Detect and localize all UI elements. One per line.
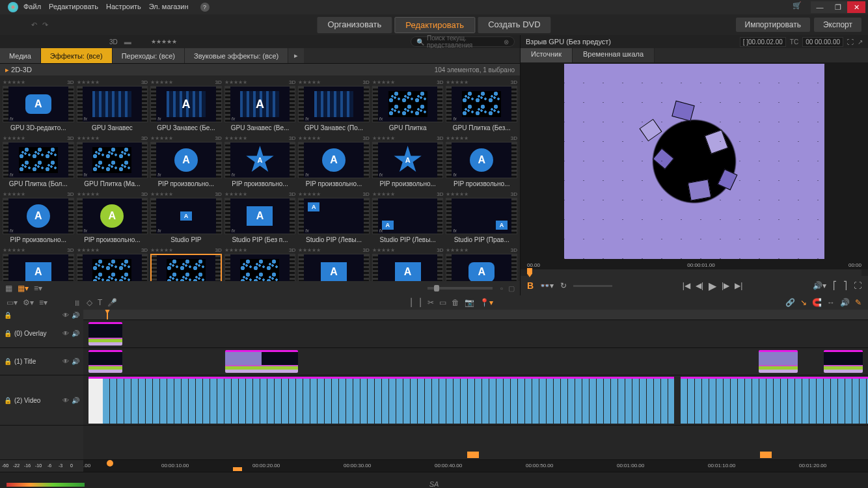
lib-view-grid-icon[interactable]: ▦▾ <box>18 284 29 293</box>
track-lock-icon[interactable]: 🔒 <box>4 358 12 365</box>
preview-tab-timeline[interactable]: Временная шкала <box>573 48 655 62</box>
track-lock-icon[interactable]: 🔒 <box>4 397 12 404</box>
library-item[interactable]: ★★★★★3D fx GPU Плитка <box>372 78 444 131</box>
tl-tool-marker-icon[interactable]: 📍▾ <box>480 298 493 307</box>
library-item[interactable]: ★★★★★3D fx GPU Занавес <box>77 78 148 131</box>
help-icon[interactable]: ? <box>200 3 210 12</box>
library-view-icon[interactable]: ▬ <box>124 38 131 46</box>
go-start-icon[interactable]: |◀ <box>683 281 690 290</box>
library-item[interactable]: ★★★★★3D fx GPU Занавес (По... <box>298 78 370 131</box>
timeline-ruler[interactable] <box>83 310 868 319</box>
library-stars-filter[interactable]: ★★★★★ <box>151 38 177 45</box>
title-track[interactable] <box>83 348 868 375</box>
mark-in-icon[interactable]: ⎡ <box>833 281 837 290</box>
preview-loop-icon[interactable]: ↻ <box>560 281 567 290</box>
close-button[interactable]: ✕ <box>847 1 865 13</box>
library-item[interactable]: ★★★★★3D fx GPU Плитка (Бол... <box>3 134 74 187</box>
tl-tool-razor-icon[interactable]: ⎮ <box>409 298 413 307</box>
library-item[interactable]: ★★★★★3D A fx <box>372 246 444 281</box>
undo-icon[interactable]: ↶ <box>31 21 37 29</box>
track-audio-icon[interactable]: 🔊 <box>72 397 79 404</box>
tl-tool-tracks-icon[interactable]: ≡▾ <box>39 298 47 307</box>
menu-edit[interactable]: Редактировать <box>49 3 98 12</box>
tl-tool-delete-icon[interactable]: 🗑 <box>452 298 459 307</box>
preview-scrubber[interactable] <box>527 269 861 276</box>
cart-icon[interactable]: 🛒 <box>793 1 806 13</box>
step-forward-icon[interactable]: |▶ <box>722 281 729 290</box>
preview-tab-source[interactable]: Источник <box>521 48 573 62</box>
lib-tab-sound[interactable]: Звуковые эффекты: (все) <box>185 48 288 63</box>
library-item[interactable]: ★★★★★3D A fx Studio PIP <box>150 190 222 243</box>
timeline-marker[interactable] <box>760 452 772 458</box>
track-audio-icon[interactable]: 🔊 <box>72 330 79 337</box>
timeline-clip[interactable] <box>88 322 122 346</box>
volume-icon[interactable]: 🔊▾ <box>813 281 826 290</box>
library-item[interactable]: ★★★★★3D A fx GPU 3D-редакто... <box>3 78 74 131</box>
lib-view-details-icon[interactable]: ≡▾ <box>34 284 42 293</box>
preview-expand-icon[interactable]: ⛶ <box>847 38 854 46</box>
library-item[interactable]: ★★★★★3D A fx Studio PIP (Без п... <box>224 190 296 243</box>
tl-eye-header-icon[interactable]: 👁 <box>62 312 69 319</box>
library-item[interactable]: ★★★★★3D A fx <box>298 246 370 281</box>
preview-canvas[interactable] <box>521 62 868 260</box>
lib-view-list-icon[interactable]: ▦ <box>5 284 12 293</box>
library-item[interactable]: ★★★★★3D fx <box>77 246 148 281</box>
minimize-button[interactable]: — <box>811 1 829 13</box>
library-item[interactable]: ★★★★★3D fx GPU Плитка (Ма... <box>77 134 148 187</box>
tl-tool-title-icon[interactable]: T <box>98 298 102 307</box>
tl-tool-voiceover-icon[interactable]: 🎤 <box>107 298 117 307</box>
thumbnail-size-slider[interactable] <box>427 287 493 290</box>
timeline-clip[interactable] <box>225 350 298 373</box>
import-button[interactable]: Импортировать <box>736 18 810 32</box>
tl-tool-magnet-icon[interactable]: 🧲 <box>812 298 822 307</box>
library-item[interactable]: ★★★★★3D A fx PIP произвольно... <box>446 134 517 187</box>
mark-out-icon[interactable]: ⎤ <box>843 281 847 290</box>
track-lock-icon[interactable]: 🔒 <box>4 330 12 337</box>
tl-tool-snapshot-icon[interactable]: 📷 <box>465 298 474 307</box>
library-item[interactable]: ★★★★★3D A fx Studio PIP (Левы... <box>298 190 370 243</box>
library-item[interactable]: ★★★★★3D fx <box>150 246 222 281</box>
timeline-clip[interactable] <box>824 350 863 373</box>
tl-tool-mixer-icon[interactable]: ⫼ <box>74 298 81 307</box>
mode-edit[interactable]: Редактировать <box>394 17 475 33</box>
tl-lock-header-icon[interactable]: 🔒 <box>4 312 12 319</box>
library-item[interactable]: ★★★★★3D A fx GPU Занавес (Бе... <box>150 78 222 131</box>
library-category-header[interactable]: ▸ 2D-3D 104 элементов, 1 выбрано <box>0 64 520 75</box>
menu-file[interactable]: Файл <box>23 3 41 12</box>
timeline-clip[interactable] <box>759 350 798 373</box>
fullscreen-icon[interactable]: ⛶ <box>854 281 861 290</box>
redo-icon[interactable]: ↷ <box>42 21 48 29</box>
tl-tool-insert-icon[interactable]: ↘ <box>800 298 807 307</box>
tl-tool-settings-icon[interactable]: ⚙▾ <box>23 298 34 307</box>
library-item[interactable]: ★★★★★3D A fx <box>446 246 517 281</box>
preview-3d-icon[interactable]: 👓▾ <box>540 281 554 290</box>
timecode-in[interactable]: [ ]00.00.02.00 <box>740 37 786 47</box>
timeline-marker[interactable] <box>467 452 479 458</box>
library-item[interactable]: ★★★★★3D A fx Studio PIP (Прав... <box>446 190 517 243</box>
library-item[interactable]: ★★★★★3D A fx PIP произвольно... <box>298 134 370 187</box>
timeline-video-clip[interactable] <box>681 377 868 424</box>
preview-popout-icon[interactable]: ↗ <box>858 38 863 46</box>
library-item[interactable]: ★★★★★3D fx GPU Плитка (Без... <box>446 78 517 131</box>
library-search-input[interactable]: 🔍 Поиск текущ. представления ⊗ <box>411 36 515 47</box>
tl-tool-keyframe-icon[interactable]: ◇ <box>87 298 92 307</box>
export-button[interactable]: Экспорт <box>814 18 861 32</box>
tl-speaker-header-icon[interactable]: 🔊 <box>72 312 79 319</box>
tl-tool-clipboard-icon[interactable]: ▭ <box>439 298 446 307</box>
mode-organize[interactable]: Организовать <box>317 17 392 33</box>
lib-tab-effects[interactable]: Эффекты: (все) <box>41 48 113 63</box>
timeline-marker[interactable] <box>233 467 242 471</box>
tl-tool-link-icon[interactable]: 🔗 <box>785 298 795 307</box>
library-item[interactable]: ★★★★★3D A fx <box>3 246 74 281</box>
track-visibility-icon[interactable]: 👁 <box>62 330 69 337</box>
library-item[interactable]: ★★★★★3D A fx PIP произвольно... <box>224 134 296 187</box>
lib-tab-transitions[interactable]: Переходы: (все) <box>113 48 185 63</box>
timeline-video-clip[interactable] <box>88 377 674 424</box>
library-item[interactable]: ★★★★★3D A fx PIP произвольно... <box>150 134 222 187</box>
tl-tool-edit-mode-icon[interactable]: ✎ <box>855 298 861 307</box>
timeline-time-ruler[interactable]: 00:00.0000:00:10.0000:00:20.0000:00:30.0… <box>83 460 868 472</box>
overlay-track[interactable] <box>83 320 868 347</box>
preview-jog-slider[interactable] <box>573 285 612 287</box>
play-icon[interactable]: ▶ <box>709 280 716 292</box>
timeline-clip[interactable] <box>88 350 122 373</box>
